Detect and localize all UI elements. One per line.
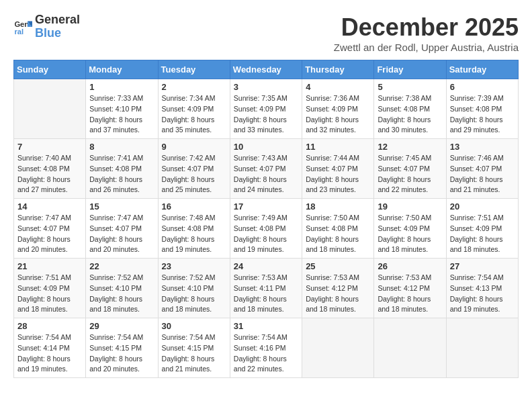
sunrise: Sunrise: 7:54 AM <box>450 273 515 283</box>
title-section: December 2025 Zwettl an der Rodl, Upper … <box>334 13 519 53</box>
calendar-cell: 31 Sunrise: 7:54 AM Sunset: 4:16 PM Dayl… <box>230 318 302 378</box>
sunrise: Sunrise: 7:54 AM <box>162 332 226 343</box>
daylight: Daylight: 8 hours and 30 minutes. <box>378 115 442 136</box>
daylight: Daylight: 8 hours and 18 minutes. <box>89 294 154 316</box>
sunset: Sunset: 4:09 PM <box>162 104 226 115</box>
day-info: Sunrise: 7:36 AM Sunset: 4:09 PM Dayligh… <box>306 93 370 136</box>
day-info: Sunrise: 7:47 AM Sunset: 4:07 PM Dayligh… <box>17 213 82 255</box>
calendar-body: 1 Sunrise: 7:33 AM Sunset: 4:10 PM Dayli… <box>14 79 519 378</box>
day-info: Sunrise: 7:50 AM Sunset: 4:08 PM Dayligh… <box>306 213 370 255</box>
sunrise: Sunrise: 7:39 AM <box>450 93 515 104</box>
day-number: 23 <box>162 261 226 271</box>
daylight: Daylight: 8 hours and 29 minutes. <box>450 115 515 136</box>
day-number: 31 <box>234 321 298 331</box>
day-number: 15 <box>89 201 154 212</box>
calendar-cell: 25 Sunrise: 7:53 AM Sunset: 4:12 PM Dayl… <box>302 259 374 318</box>
daylight: Daylight: 8 hours and 35 minutes. <box>162 115 226 136</box>
daylight: Daylight: 8 hours and 22 minutes. <box>378 175 442 196</box>
calendar-cell: 18 Sunrise: 7:50 AM Sunset: 4:08 PM Dayl… <box>302 199 374 259</box>
daylight: Daylight: 8 hours and 18 minutes. <box>17 294 82 316</box>
header-tuesday: Tuesday <box>158 60 230 79</box>
daylight: Daylight: 8 hours and 18 minutes. <box>378 294 442 316</box>
sunrise: Sunrise: 7:50 AM <box>378 213 442 224</box>
calendar-cell <box>374 318 446 378</box>
sunrise: Sunrise: 7:53 AM <box>306 273 370 283</box>
calendar-cell: 30 Sunrise: 7:54 AM Sunset: 4:15 PM Dayl… <box>158 318 230 378</box>
week-row-3: 14 Sunrise: 7:47 AM Sunset: 4:07 PM Dayl… <box>14 199 519 259</box>
sunrise: Sunrise: 7:49 AM <box>234 213 298 224</box>
day-info: Sunrise: 7:39 AM Sunset: 4:08 PM Dayligh… <box>450 93 515 136</box>
day-info: Sunrise: 7:35 AM Sunset: 4:09 PM Dayligh… <box>234 93 298 136</box>
sunset: Sunset: 4:10 PM <box>89 104 154 115</box>
day-info: Sunrise: 7:49 AM Sunset: 4:08 PM Dayligh… <box>234 213 298 255</box>
day-number: 17 <box>234 201 298 212</box>
daylight: Daylight: 8 hours and 19 minutes. <box>162 234 226 256</box>
daylight: Daylight: 8 hours and 32 minutes. <box>306 115 370 136</box>
day-number: 20 <box>450 201 515 212</box>
day-info: Sunrise: 7:52 AM Sunset: 4:10 PM Dayligh… <box>162 273 226 315</box>
day-info: Sunrise: 7:41 AM Sunset: 4:08 PM Dayligh… <box>89 153 154 195</box>
daylight: Daylight: 8 hours and 21 minutes. <box>162 354 226 375</box>
sunset: Sunset: 4:10 PM <box>89 283 154 294</box>
daylight: Daylight: 8 hours and 19 minutes. <box>234 234 298 256</box>
daylight: Daylight: 8 hours and 26 minutes. <box>89 175 154 196</box>
sunset: Sunset: 4:07 PM <box>378 164 442 175</box>
day-info: Sunrise: 7:53 AM Sunset: 4:12 PM Dayligh… <box>378 273 442 315</box>
day-number: 24 <box>234 261 298 271</box>
header-thursday: Thursday <box>302 60 374 79</box>
day-info: Sunrise: 7:40 AM Sunset: 4:08 PM Dayligh… <box>17 153 82 195</box>
day-number: 1 <box>89 82 154 92</box>
sunrise: Sunrise: 7:46 AM <box>450 153 515 164</box>
day-number: 6 <box>450 82 515 92</box>
sunset: Sunset: 4:08 PM <box>17 164 82 175</box>
day-number: 29 <box>89 321 154 331</box>
daylight: Daylight: 8 hours and 27 minutes. <box>17 175 82 196</box>
daylight: Daylight: 8 hours and 20 minutes. <box>17 234 82 256</box>
calendar-cell: 7 Sunrise: 7:40 AM Sunset: 4:08 PM Dayli… <box>14 139 86 199</box>
day-info: Sunrise: 7:53 AM Sunset: 4:11 PM Dayligh… <box>234 273 298 315</box>
sunrise: Sunrise: 7:51 AM <box>450 213 515 224</box>
header-sunday: Sunday <box>14 60 86 79</box>
calendar-cell: 1 Sunrise: 7:33 AM Sunset: 4:10 PM Dayli… <box>86 79 158 139</box>
calendar-cell: 16 Sunrise: 7:48 AM Sunset: 4:08 PM Dayl… <box>158 199 230 259</box>
calendar-cell: 26 Sunrise: 7:53 AM Sunset: 4:12 PM Dayl… <box>374 259 446 318</box>
daylight: Daylight: 8 hours and 24 minutes. <box>234 175 298 196</box>
sunset: Sunset: 4:10 PM <box>162 283 226 294</box>
sunset: Sunset: 4:07 PM <box>450 164 515 175</box>
calendar-cell: 27 Sunrise: 7:54 AM Sunset: 4:13 PM Dayl… <box>446 259 518 318</box>
calendar-cell <box>302 318 374 378</box>
header-row: Sunday Monday Tuesday Wednesday Thursday… <box>14 60 519 79</box>
sunset: Sunset: 4:16 PM <box>234 343 298 354</box>
sunset: Sunset: 4:09 PM <box>378 224 442 234</box>
location-title: Zwettl an der Rodl, Upper Austria, Austr… <box>334 42 519 53</box>
day-number: 18 <box>306 201 370 212</box>
sunset: Sunset: 4:09 PM <box>306 104 370 115</box>
sunrise: Sunrise: 7:35 AM <box>234 93 298 104</box>
sunrise: Sunrise: 7:41 AM <box>89 153 154 164</box>
day-info: Sunrise: 7:44 AM Sunset: 4:07 PM Dayligh… <box>306 153 370 195</box>
daylight: Daylight: 8 hours and 19 minutes. <box>17 354 82 375</box>
calendar-cell: 29 Sunrise: 7:54 AM Sunset: 4:15 PM Dayl… <box>86 318 158 378</box>
calendar-cell: 20 Sunrise: 7:51 AM Sunset: 4:09 PM Dayl… <box>446 199 518 259</box>
sunset: Sunset: 4:12 PM <box>378 283 442 294</box>
calendar-cell: 9 Sunrise: 7:42 AM Sunset: 4:07 PM Dayli… <box>158 139 230 199</box>
sunset: Sunset: 4:07 PM <box>306 164 370 175</box>
svg-text:ral: ral <box>14 28 24 36</box>
day-info: Sunrise: 7:54 AM Sunset: 4:16 PM Dayligh… <box>234 332 298 375</box>
daylight: Daylight: 8 hours and 18 minutes. <box>162 294 226 316</box>
sunrise: Sunrise: 7:47 AM <box>89 213 154 224</box>
sunset: Sunset: 4:09 PM <box>17 283 82 294</box>
day-info: Sunrise: 7:43 AM Sunset: 4:07 PM Dayligh… <box>234 153 298 195</box>
sunrise: Sunrise: 7:52 AM <box>89 273 154 283</box>
day-info: Sunrise: 7:46 AM Sunset: 4:07 PM Dayligh… <box>450 153 515 195</box>
day-number: 27 <box>450 261 515 271</box>
header-saturday: Saturday <box>446 60 518 79</box>
header-wednesday: Wednesday <box>230 60 302 79</box>
sunrise: Sunrise: 7:40 AM <box>17 153 82 164</box>
calendar-cell: 6 Sunrise: 7:39 AM Sunset: 4:08 PM Dayli… <box>446 79 518 139</box>
calendar-cell: 11 Sunrise: 7:44 AM Sunset: 4:07 PM Dayl… <box>302 139 374 199</box>
sunrise: Sunrise: 7:48 AM <box>162 213 226 224</box>
sunset: Sunset: 4:12 PM <box>306 283 370 294</box>
calendar-cell: 21 Sunrise: 7:51 AM Sunset: 4:09 PM Dayl… <box>14 259 86 318</box>
logo-general: General <box>35 13 80 27</box>
